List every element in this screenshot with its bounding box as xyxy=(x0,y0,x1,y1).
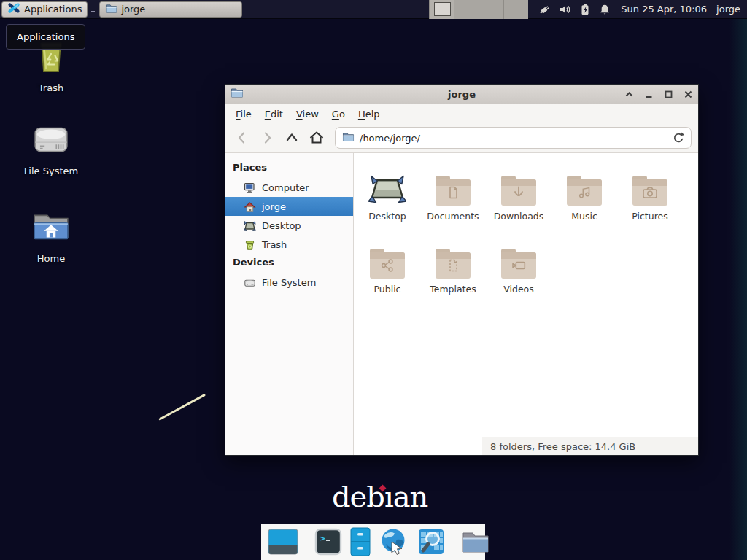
file-music[interactable]: Music xyxy=(551,163,617,236)
sidebar-devices-header: Devices xyxy=(225,254,353,273)
home-icon xyxy=(244,201,256,213)
applications-menu-label: Applications xyxy=(24,4,82,15)
file-downloads[interactable]: Downloads xyxy=(486,163,551,236)
downloads-folder-icon xyxy=(501,176,536,206)
workspace-1[interactable] xyxy=(429,0,454,19)
menu-help[interactable]: Help xyxy=(352,109,387,120)
icon-view: Desktop Documents xyxy=(354,153,698,455)
menu-view[interactable]: View xyxy=(290,109,325,120)
file-documents[interactable]: Documents xyxy=(420,163,486,236)
workspace-4[interactable] xyxy=(503,0,528,19)
path-folder-icon xyxy=(342,131,355,144)
videos-folder-icon xyxy=(501,249,536,279)
file-pictures[interactable]: Pictures xyxy=(617,163,683,236)
file-templates[interactable]: Templates xyxy=(420,236,486,309)
menu-edit[interactable]: Edit xyxy=(258,109,290,120)
sidebar-item-jorge[interactable]: jorge xyxy=(225,197,353,216)
panel-username: jorge xyxy=(716,4,740,15)
workspace-window-preview xyxy=(434,2,451,16)
close-button[interactable] xyxy=(683,89,693,99)
show-desktop-button[interactable] xyxy=(268,529,298,555)
desktop-icon xyxy=(244,219,256,232)
desktop-screen: Applications jorge xyxy=(0,0,747,560)
workspace-switcher xyxy=(429,0,528,19)
volume-icon[interactable] xyxy=(559,3,572,16)
templates-folder-icon xyxy=(436,249,471,279)
xfce-logo-icon xyxy=(7,1,20,17)
svg-text:>: > xyxy=(320,534,325,543)
home-button[interactable] xyxy=(306,128,327,148)
battery-icon[interactable] xyxy=(578,3,592,16)
network-plug-icon[interactable] xyxy=(538,3,552,16)
path-text[interactable]: /home/jorge/ xyxy=(360,133,420,144)
taskbar-window-label: jorge xyxy=(121,4,145,15)
computer-icon xyxy=(244,182,256,194)
drive-icon xyxy=(244,276,256,289)
app-finder-launcher[interactable] xyxy=(417,528,445,556)
bottom-dock: > xyxy=(261,524,485,560)
applications-tooltip: Applications xyxy=(6,24,85,50)
desktop-icon-file-system[interactable]: File System xyxy=(7,121,95,176)
trash-icon xyxy=(244,238,256,251)
sidebar-item-desktop[interactable]: Desktop xyxy=(225,216,353,235)
web-browser-launcher[interactable] xyxy=(379,526,409,557)
directory-menu-launcher[interactable] xyxy=(461,529,490,555)
file-desktop[interactable]: Desktop xyxy=(355,163,420,236)
desktop-icon-label: File System xyxy=(24,166,78,176)
shade-button[interactable] xyxy=(624,89,634,99)
window-body: Places Computer jorge xyxy=(225,153,698,455)
desktop-trapezoid-icon xyxy=(368,163,406,206)
window-titlebar[interactable]: jorge xyxy=(225,85,698,104)
sidebar-item-file-system[interactable]: File System xyxy=(225,273,353,292)
terminal-launcher[interactable]: > xyxy=(314,528,342,556)
location-bar[interactable]: /home/jorge/ xyxy=(335,127,692,149)
menu-go[interactable]: Go xyxy=(325,109,352,120)
menu-bar: File Edit View Go Help xyxy=(225,104,698,123)
sidebar-item-computer[interactable]: Computer xyxy=(225,178,353,197)
sidebar: Places Computer jorge xyxy=(225,153,354,455)
hard-drive-icon xyxy=(31,121,71,160)
stray-line-artifact xyxy=(158,394,206,421)
sidebar-places-header: Places xyxy=(225,159,353,178)
back-button[interactable] xyxy=(232,128,252,148)
status-bar: 8 folders, Free space: 14.4 GiB xyxy=(482,437,698,455)
file-cabinet-launcher[interactable] xyxy=(350,527,371,556)
notifications-bell-icon[interactable] xyxy=(598,3,611,16)
folder-icon xyxy=(105,3,117,16)
panel-clock[interactable]: Sun 25 Apr, 10:06 xyxy=(621,4,707,15)
panel-grip xyxy=(90,4,96,15)
forward-button[interactable] xyxy=(257,128,277,148)
home-folder-icon xyxy=(31,210,71,248)
desktop-icon-label: Home xyxy=(37,253,65,264)
desktop-icon-home[interactable]: Home xyxy=(7,210,95,264)
status-text: 8 folders, Free space: 14.4 GiB xyxy=(490,441,635,452)
up-button[interactable] xyxy=(282,128,302,148)
music-folder-icon xyxy=(567,176,602,206)
minimize-button[interactable] xyxy=(643,89,654,99)
system-tray xyxy=(538,3,611,16)
desktop-icon-label: Trash xyxy=(39,82,63,93)
top-panel: Applications jorge xyxy=(0,0,747,19)
workspace-3[interactable] xyxy=(479,0,503,19)
taskbar-window-button[interactable]: jorge xyxy=(99,1,242,18)
pictures-folder-icon xyxy=(632,176,667,206)
file-videos[interactable]: Videos xyxy=(486,236,551,309)
menu-file[interactable]: File xyxy=(229,109,258,120)
toolbar: /home/jorge/ xyxy=(225,123,698,153)
file-manager-window: jorge File Edit View Go Help xyxy=(225,84,699,456)
reload-icon[interactable] xyxy=(671,131,684,144)
applications-menu-button[interactable]: Applications xyxy=(1,1,88,18)
file-public[interactable]: Public xyxy=(355,236,420,309)
sidebar-item-trash[interactable]: Trash xyxy=(225,235,353,254)
documents-folder-icon xyxy=(436,176,471,206)
public-folder-icon xyxy=(370,249,405,279)
debian-wordmark: debıan xyxy=(332,480,427,513)
workspace-2[interactable] xyxy=(454,0,479,19)
maximize-button[interactable] xyxy=(663,89,673,99)
